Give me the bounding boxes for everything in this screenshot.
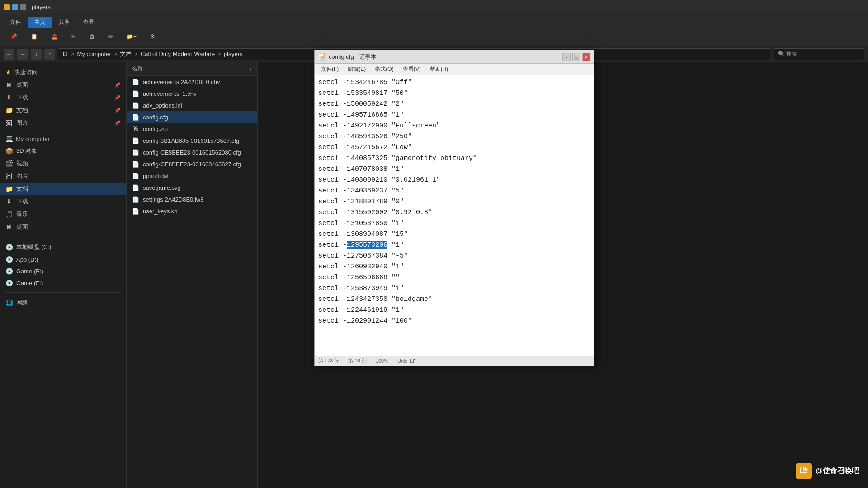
notepad-line: setcl -1495716865 "1" bbox=[318, 110, 590, 121]
up-button[interactable]: ↑ bbox=[44, 49, 55, 60]
my-computer-label: My computer bbox=[16, 136, 50, 142]
status-col: 第 18 列 bbox=[348, 357, 366, 364]
file-item[interactable]: 📄achievements.2A42D8E0.chv bbox=[127, 76, 257, 88]
sidebar-item-drive-c[interactable]: 💿 本地磁盘 (C:) bbox=[0, 241, 126, 253]
file-item[interactable]: 📄adv_options.ini bbox=[127, 99, 257, 111]
file-icon: 🗜 bbox=[132, 125, 139, 132]
watermark: 哔 @使命召唤吧 bbox=[796, 463, 859, 479]
tab-share[interactable]: 共享 bbox=[52, 17, 76, 28]
sidebar-item-label: 图片 bbox=[16, 172, 28, 180]
sidebar-item-video[interactable]: 🎬 视频 bbox=[0, 157, 126, 170]
file-item[interactable]: 📄user_keys.kb bbox=[127, 205, 257, 217]
file-item[interactable]: 📄achievements_1.chv bbox=[127, 88, 257, 99]
path-docs[interactable]: 文档 bbox=[120, 50, 132, 58]
quick-access-label: 快速访问 bbox=[14, 68, 38, 76]
sidebar-item-desktop[interactable]: 🖥 桌面 bbox=[0, 221, 126, 233]
my-computer-header[interactable]: 💻 My computer bbox=[0, 133, 126, 145]
network-icon: 🌐 bbox=[5, 299, 13, 306]
file-item[interactable]: 📄savegame.svg bbox=[127, 182, 257, 193]
notepad-titlebar: 📝 config.cfg - 记事本 - □ × bbox=[315, 50, 594, 64]
highlighted-word: 1295573206 bbox=[347, 241, 387, 249]
sidebar-item-docs-quick[interactable]: 📁 文档 📌 bbox=[0, 104, 126, 117]
sidebar-item-downloads[interactable]: ⬇ 下载 bbox=[0, 195, 126, 208]
file-item[interactable]: 📄config-3B1AB685-001601573587.cfg bbox=[127, 135, 257, 146]
path-players[interactable]: players bbox=[224, 51, 243, 57]
notepad-controls: - □ × bbox=[562, 53, 590, 61]
notepad-line: setcl -1260932940 "1" bbox=[318, 262, 590, 272]
tab-home[interactable]: 主页 bbox=[28, 17, 52, 28]
file-item[interactable]: 📄ppsod.dat bbox=[127, 170, 257, 182]
drive-d-icon: 💿 bbox=[5, 256, 13, 263]
sidebar-item-label: Game (E:) bbox=[16, 268, 43, 275]
path-game[interactable]: Call of Duty Modern Warfare bbox=[141, 51, 215, 57]
notepad-line: setcl -1224461919 "1" bbox=[318, 305, 590, 316]
file-item[interactable]: 📄config-CE8BBE23-001601562080.cfg bbox=[127, 146, 257, 158]
back-button[interactable]: ← bbox=[4, 49, 14, 60]
sidebar-item-label: 视频 bbox=[16, 160, 28, 168]
file-name: config.cfg bbox=[143, 114, 168, 121]
close-button[interactable]: × bbox=[582, 53, 590, 61]
file-icon: 📄 bbox=[132, 78, 139, 85]
menu-help[interactable]: 帮助(H) bbox=[426, 65, 452, 74]
file-item[interactable]: 📄config-CE8BBE23-001608465827.cfg bbox=[127, 158, 257, 170]
notepad-line: setcl -1500059242 "2" bbox=[318, 99, 590, 110]
sidebar-item-3d[interactable]: 📦 3D 对象 bbox=[0, 145, 126, 157]
notepad-line: setcl -1256506668 "" bbox=[318, 272, 590, 283]
sidebar-item-drive-d[interactable]: 💿 App (D:) bbox=[0, 253, 126, 265]
file-item[interactable]: 📄settings.2A42D8E0.iw8 bbox=[127, 193, 257, 205]
titlebar-title: players bbox=[32, 4, 51, 10]
notepad-title: config.cfg - 记事本 bbox=[329, 53, 377, 61]
ribbon-pin-btn[interactable]: 📌 bbox=[5, 31, 22, 42]
notepad-line: setcl -1534246785 "Off" bbox=[318, 77, 590, 88]
quick-access-header[interactable]: ★ 快速访问 bbox=[0, 66, 126, 79]
desktop2-icon: 🖥 bbox=[5, 223, 13, 230]
tab-view[interactable]: 查看 bbox=[77, 17, 100, 28]
notepad-line: setcl -1485943526 "250" bbox=[318, 131, 590, 142]
ribbon-cut-btn[interactable]: ✂ bbox=[66, 31, 81, 42]
sidebar-item-desktop-quick[interactable]: 🖥 桌面 📌 bbox=[0, 79, 126, 91]
menu-view[interactable]: 查看(V) bbox=[399, 65, 425, 74]
sidebar-item-pics[interactable]: 🖼 图片 bbox=[0, 170, 126, 183]
menu-file[interactable]: 文件(F) bbox=[317, 65, 342, 74]
ribbon-delete-btn[interactable]: 🗑 bbox=[85, 31, 100, 42]
music-icon: 🎵 bbox=[5, 211, 13, 218]
status-line: 第 173 行 bbox=[318, 357, 339, 364]
docs-icon: 📁 bbox=[5, 107, 13, 114]
ribbon-props-btn[interactable]: ⚙ bbox=[145, 31, 160, 42]
notepad-line: setcl -1275067384 "-5" bbox=[318, 251, 590, 262]
dropdown-button[interactable]: ↓ bbox=[31, 49, 42, 60]
file-item[interactable]: 📄config.cfg bbox=[127, 111, 257, 123]
file-item[interactable]: 🗜config.zip bbox=[127, 123, 257, 135]
file-name: settings.2A42D8E0.iw8 bbox=[143, 196, 203, 203]
folder-icon3 bbox=[20, 4, 26, 10]
sidebar-item-drive-e[interactable]: 💿 Game (E:) bbox=[0, 265, 126, 277]
menu-format[interactable]: 格式(O) bbox=[371, 65, 397, 74]
tab-file[interactable]: 文件 bbox=[4, 17, 27, 28]
sidebar: ★ 快速访问 🖥 桌面 📌 ⬇ 下载 📌 📁 文档 📌 🖼 图片 📌 💻 My … bbox=[0, 62, 127, 488]
ribbon-paste-btn[interactable]: 📤 bbox=[46, 31, 63, 42]
sidebar-item-download-quick[interactable]: ⬇ 下载 📌 bbox=[0, 91, 126, 104]
file-name: achievements_1.chv bbox=[143, 90, 197, 97]
notepad-content[interactable]: setcl -1534246785 "Off"setcl -1533549817… bbox=[315, 75, 594, 356]
drive-e-icon: 💿 bbox=[5, 267, 13, 275]
sidebar-item-drive-f[interactable]: 💿 Game (F:) bbox=[0, 277, 126, 289]
forward-button[interactable]: → bbox=[17, 49, 28, 60]
sidebar-item-pics-quick[interactable]: 🖼 图片 📌 bbox=[0, 117, 126, 129]
ribbon-new-btn[interactable]: 📁+ bbox=[122, 31, 142, 42]
notepad-menu: 文件(F) 编辑(E) 格式(O) 查看(V) 帮助(H) bbox=[315, 64, 594, 75]
search-box[interactable]: 🔍 搜索 bbox=[774, 48, 864, 60]
maximize-button[interactable]: □ bbox=[572, 53, 580, 61]
path-my-computer[interactable]: My computer bbox=[77, 51, 111, 57]
minimize-button[interactable]: - bbox=[562, 53, 571, 61]
sidebar-item-network[interactable]: 🌐 网络 bbox=[0, 296, 126, 309]
file-icon: 📄 bbox=[132, 149, 139, 156]
sidebar-item-label: 下载 bbox=[16, 94, 28, 102]
sidebar-item-label: 下载 bbox=[16, 197, 28, 206]
menu-edit[interactable]: 编辑(E) bbox=[344, 65, 369, 74]
ribbon-rename-btn[interactable]: ✏ bbox=[104, 31, 118, 42]
file-icon: 📄 bbox=[132, 113, 139, 121]
ribbon-copy-btn[interactable]: 📋 bbox=[26, 31, 42, 42]
sidebar-item-music[interactable]: 🎵 音乐 bbox=[0, 208, 126, 221]
watermark-icon: 哔 bbox=[796, 463, 812, 479]
sidebar-item-docs[interactable]: 📁 文档 bbox=[0, 183, 126, 195]
